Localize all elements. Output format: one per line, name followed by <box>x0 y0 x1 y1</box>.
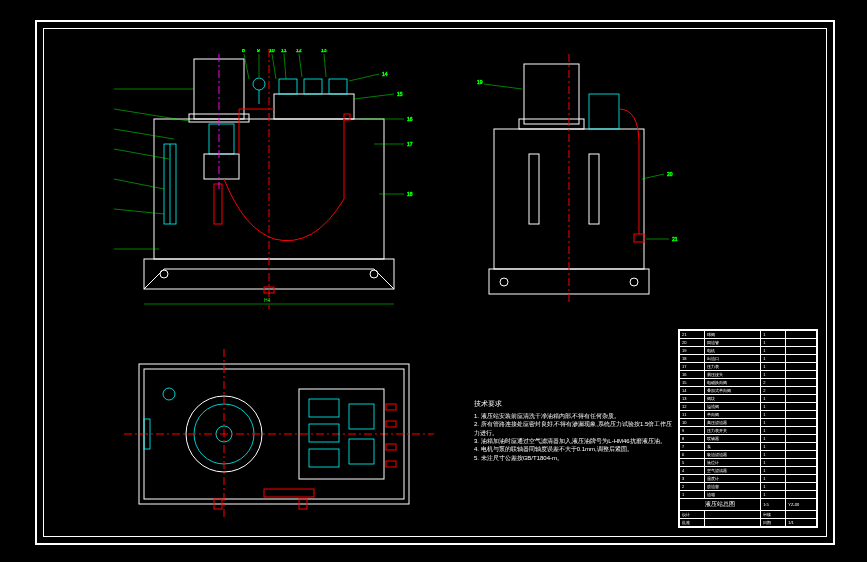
svg-rect-64 <box>309 424 339 442</box>
svg-rect-44 <box>589 94 619 129</box>
svg-rect-68 <box>386 404 396 410</box>
side-view: 19 20 21 <box>474 54 694 304</box>
svg-rect-10 <box>304 79 322 94</box>
callout-9: 9 <box>257 49 260 53</box>
tb-checked: 审核 <box>761 511 786 519</box>
svg-rect-66 <box>349 404 374 429</box>
title-block: 21球阀1 20回油管1 19电机1 18出油口1 17压力表1 16测压接头1… <box>678 329 818 528</box>
svg-line-30 <box>272 54 276 79</box>
technical-notes: 技术要求 1. 液压站安装前应清洗干净油箱内部,不得有任何杂质。 2. 所有管路… <box>474 399 674 462</box>
svg-line-35 <box>354 94 394 99</box>
svg-rect-14 <box>214 184 222 224</box>
svg-line-50 <box>642 174 664 179</box>
callout-14: 14 <box>382 71 388 77</box>
callout-15: 15 <box>397 91 403 97</box>
svg-rect-71 <box>386 461 396 467</box>
svg-point-2 <box>160 270 168 278</box>
callout-13: 13 <box>321 49 327 53</box>
tb-designed: 设计 <box>680 511 705 519</box>
svg-rect-6 <box>209 124 234 154</box>
callout-12: 12 <box>296 49 302 53</box>
svg-line-31 <box>284 54 286 79</box>
parts-list-table: 21球阀1 20回油管1 19电机1 18出油口1 17压力表1 16测压接头1… <box>679 330 817 527</box>
front-view: 7 6 5 4 3 2 1 8 9 10 11 12 13 14 15 16 1… <box>114 49 434 309</box>
callout-16: 16 <box>407 116 413 122</box>
notes-title: 技术要求 <box>474 399 674 409</box>
callout-21: 21 <box>672 236 678 242</box>
svg-rect-67 <box>349 439 374 464</box>
tb-date: 日期 <box>761 519 786 527</box>
callout-8: 8 <box>242 49 245 53</box>
svg-line-34 <box>349 74 379 81</box>
drawing-no: YZ-00 <box>786 499 817 511</box>
svg-rect-47 <box>589 154 599 224</box>
svg-point-3 <box>370 270 378 278</box>
callout-19: 19 <box>477 79 483 85</box>
svg-rect-46 <box>529 154 539 224</box>
svg-point-61 <box>163 388 175 400</box>
dim-width: H4 <box>264 297 271 303</box>
note-5: 5. 未注尺寸公差按GB/T1804-m。 <box>474 454 674 462</box>
svg-rect-7 <box>204 154 239 179</box>
tb-sheet: 1/1 <box>786 519 817 527</box>
svg-line-22 <box>114 109 189 121</box>
svg-rect-70 <box>386 444 396 450</box>
svg-line-28 <box>244 54 249 79</box>
svg-line-33 <box>324 54 326 77</box>
svg-line-26 <box>114 209 164 214</box>
note-1: 1. 液压站安装前应清洗干净油箱内部,不得有任何杂质。 <box>474 412 674 420</box>
svg-point-12 <box>253 78 265 90</box>
note-3: 3. 油箱加油时应通过空气滤清器加入,液压油牌号为L-HM46抗磨液压油。 <box>474 437 674 445</box>
svg-rect-69 <box>386 421 396 427</box>
svg-rect-72 <box>264 489 314 497</box>
svg-line-24 <box>114 149 169 159</box>
svg-point-52 <box>500 278 508 286</box>
callout-17: 17 <box>407 141 413 147</box>
svg-rect-65 <box>309 449 339 467</box>
callout-18: 18 <box>407 191 413 197</box>
svg-line-25 <box>114 179 164 189</box>
callout-10: 10 <box>269 49 275 53</box>
svg-rect-8 <box>274 94 354 119</box>
svg-line-32 <box>299 54 302 77</box>
svg-line-23 <box>114 129 174 139</box>
drawing-inner-frame: 7 6 5 4 3 2 1 8 9 10 11 12 13 14 15 16 1… <box>43 28 827 537</box>
drawing-scale: 1:5 <box>761 499 786 511</box>
tb-approved: 批准 <box>680 519 705 527</box>
svg-line-49 <box>484 84 522 89</box>
callout-20: 20 <box>667 171 673 177</box>
svg-rect-11 <box>329 79 347 94</box>
svg-rect-42 <box>524 64 579 124</box>
note-2: 2. 所有管路连接处应密封良好,不得有渗漏现象,系统压力试验按1.5倍工作压力进… <box>474 420 674 437</box>
svg-rect-45 <box>634 234 644 242</box>
callout-11: 11 <box>281 49 287 53</box>
drawing-title: 液压站总图 <box>680 499 761 511</box>
note-4: 4. 电机与泵的联轴器同轴度误差不大于0.1mm,调整后紧固。 <box>474 445 674 453</box>
svg-rect-63 <box>309 399 339 417</box>
top-view <box>124 349 434 519</box>
svg-point-53 <box>630 278 638 286</box>
svg-rect-9 <box>279 79 297 94</box>
